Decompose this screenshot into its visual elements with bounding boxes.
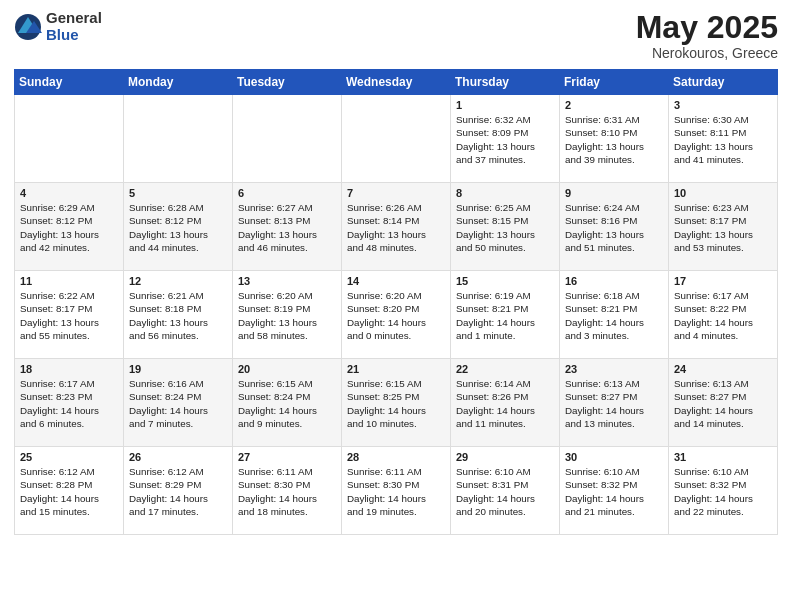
day-cell: 21Sunrise: 6:15 AM Sunset: 8:25 PM Dayli… [342,359,451,447]
day-info: Sunrise: 6:12 AM Sunset: 8:28 PM Dayligh… [20,465,118,518]
day-number: 31 [674,451,772,463]
day-cell: 1Sunrise: 6:32 AM Sunset: 8:09 PM Daylig… [451,95,560,183]
calendar-body: 1Sunrise: 6:32 AM Sunset: 8:09 PM Daylig… [15,95,778,535]
week-row-5: 25Sunrise: 6:12 AM Sunset: 8:28 PM Dayli… [15,447,778,535]
day-cell: 24Sunrise: 6:13 AM Sunset: 8:27 PM Dayli… [669,359,778,447]
day-number: 26 [129,451,227,463]
calendar-header: SundayMondayTuesdayWednesdayThursdayFrid… [15,70,778,95]
day-info: Sunrise: 6:16 AM Sunset: 8:24 PM Dayligh… [129,377,227,430]
day-cell: 8Sunrise: 6:25 AM Sunset: 8:15 PM Daylig… [451,183,560,271]
logo-blue: Blue [46,27,102,44]
day-cell: 25Sunrise: 6:12 AM Sunset: 8:28 PM Dayli… [15,447,124,535]
day-number: 6 [238,187,336,199]
day-cell: 16Sunrise: 6:18 AM Sunset: 8:21 PM Dayli… [560,271,669,359]
day-info: Sunrise: 6:24 AM Sunset: 8:16 PM Dayligh… [565,201,663,254]
day-number: 29 [456,451,554,463]
day-info: Sunrise: 6:14 AM Sunset: 8:26 PM Dayligh… [456,377,554,430]
day-number: 23 [565,363,663,375]
day-number: 9 [565,187,663,199]
day-number: 12 [129,275,227,287]
day-info: Sunrise: 6:15 AM Sunset: 8:25 PM Dayligh… [347,377,445,430]
day-info: Sunrise: 6:25 AM Sunset: 8:15 PM Dayligh… [456,201,554,254]
day-number: 19 [129,363,227,375]
day-number: 8 [456,187,554,199]
day-cell: 3Sunrise: 6:30 AM Sunset: 8:11 PM Daylig… [669,95,778,183]
day-number: 21 [347,363,445,375]
day-cell: 9Sunrise: 6:24 AM Sunset: 8:16 PM Daylig… [560,183,669,271]
week-row-2: 4Sunrise: 6:29 AM Sunset: 8:12 PM Daylig… [15,183,778,271]
day-number: 11 [20,275,118,287]
day-info: Sunrise: 6:11 AM Sunset: 8:30 PM Dayligh… [238,465,336,518]
day-cell: 15Sunrise: 6:19 AM Sunset: 8:21 PM Dayli… [451,271,560,359]
day-info: Sunrise: 6:17 AM Sunset: 8:23 PM Dayligh… [20,377,118,430]
day-info: Sunrise: 6:19 AM Sunset: 8:21 PM Dayligh… [456,289,554,342]
day-header-tuesday: Tuesday [233,70,342,95]
day-cell: 29Sunrise: 6:10 AM Sunset: 8:31 PM Dayli… [451,447,560,535]
day-number: 4 [20,187,118,199]
day-cell: 23Sunrise: 6:13 AM Sunset: 8:27 PM Dayli… [560,359,669,447]
day-number: 10 [674,187,772,199]
day-info: Sunrise: 6:31 AM Sunset: 8:10 PM Dayligh… [565,113,663,166]
day-cell: 18Sunrise: 6:17 AM Sunset: 8:23 PM Dayli… [15,359,124,447]
day-info: Sunrise: 6:21 AM Sunset: 8:18 PM Dayligh… [129,289,227,342]
day-cell: 26Sunrise: 6:12 AM Sunset: 8:29 PM Dayli… [124,447,233,535]
day-header-friday: Friday [560,70,669,95]
title-block: May 2025 Nerokouros, Greece [636,10,778,61]
day-header-saturday: Saturday [669,70,778,95]
calendar-table: SundayMondayTuesdayWednesdayThursdayFrid… [14,69,778,535]
day-cell: 7Sunrise: 6:26 AM Sunset: 8:14 PM Daylig… [342,183,451,271]
day-info: Sunrise: 6:13 AM Sunset: 8:27 PM Dayligh… [674,377,772,430]
day-info: Sunrise: 6:20 AM Sunset: 8:20 PM Dayligh… [347,289,445,342]
day-number: 25 [20,451,118,463]
day-number: 16 [565,275,663,287]
day-cell: 28Sunrise: 6:11 AM Sunset: 8:30 PM Dayli… [342,447,451,535]
day-cell: 22Sunrise: 6:14 AM Sunset: 8:26 PM Dayli… [451,359,560,447]
day-cell: 2Sunrise: 6:31 AM Sunset: 8:10 PM Daylig… [560,95,669,183]
day-number: 13 [238,275,336,287]
day-info: Sunrise: 6:29 AM Sunset: 8:12 PM Dayligh… [20,201,118,254]
day-number: 7 [347,187,445,199]
day-number: 5 [129,187,227,199]
day-number: 18 [20,363,118,375]
day-info: Sunrise: 6:20 AM Sunset: 8:19 PM Dayligh… [238,289,336,342]
day-header-wednesday: Wednesday [342,70,451,95]
day-cell: 31Sunrise: 6:10 AM Sunset: 8:32 PM Dayli… [669,447,778,535]
day-cell: 5Sunrise: 6:28 AM Sunset: 8:12 PM Daylig… [124,183,233,271]
day-info: Sunrise: 6:15 AM Sunset: 8:24 PM Dayligh… [238,377,336,430]
location: Nerokouros, Greece [636,45,778,61]
day-info: Sunrise: 6:10 AM Sunset: 8:31 PM Dayligh… [456,465,554,518]
day-cell [124,95,233,183]
day-number: 24 [674,363,772,375]
day-info: Sunrise: 6:30 AM Sunset: 8:11 PM Dayligh… [674,113,772,166]
logo-icon [14,13,42,41]
day-info: Sunrise: 6:23 AM Sunset: 8:17 PM Dayligh… [674,201,772,254]
day-cell [15,95,124,183]
day-cell: 10Sunrise: 6:23 AM Sunset: 8:17 PM Dayli… [669,183,778,271]
day-cell: 14Sunrise: 6:20 AM Sunset: 8:20 PM Dayli… [342,271,451,359]
day-header-monday: Monday [124,70,233,95]
day-cell: 12Sunrise: 6:21 AM Sunset: 8:18 PM Dayli… [124,271,233,359]
day-info: Sunrise: 6:27 AM Sunset: 8:13 PM Dayligh… [238,201,336,254]
logo-text: General Blue [46,10,102,43]
day-info: Sunrise: 6:11 AM Sunset: 8:30 PM Dayligh… [347,465,445,518]
day-cell: 4Sunrise: 6:29 AM Sunset: 8:12 PM Daylig… [15,183,124,271]
day-number: 2 [565,99,663,111]
day-info: Sunrise: 6:22 AM Sunset: 8:17 PM Dayligh… [20,289,118,342]
day-cell: 27Sunrise: 6:11 AM Sunset: 8:30 PM Dayli… [233,447,342,535]
week-row-3: 11Sunrise: 6:22 AM Sunset: 8:17 PM Dayli… [15,271,778,359]
day-info: Sunrise: 6:12 AM Sunset: 8:29 PM Dayligh… [129,465,227,518]
day-number: 1 [456,99,554,111]
header: General Blue May 2025 Nerokouros, Greece [14,10,778,61]
month-title: May 2025 [636,10,778,45]
day-cell [233,95,342,183]
day-number: 27 [238,451,336,463]
day-number: 28 [347,451,445,463]
day-info: Sunrise: 6:32 AM Sunset: 8:09 PM Dayligh… [456,113,554,166]
day-cell [342,95,451,183]
day-info: Sunrise: 6:10 AM Sunset: 8:32 PM Dayligh… [565,465,663,518]
day-header-sunday: Sunday [15,70,124,95]
day-info: Sunrise: 6:18 AM Sunset: 8:21 PM Dayligh… [565,289,663,342]
day-cell: 13Sunrise: 6:20 AM Sunset: 8:19 PM Dayli… [233,271,342,359]
day-info: Sunrise: 6:28 AM Sunset: 8:12 PM Dayligh… [129,201,227,254]
day-info: Sunrise: 6:26 AM Sunset: 8:14 PM Dayligh… [347,201,445,254]
